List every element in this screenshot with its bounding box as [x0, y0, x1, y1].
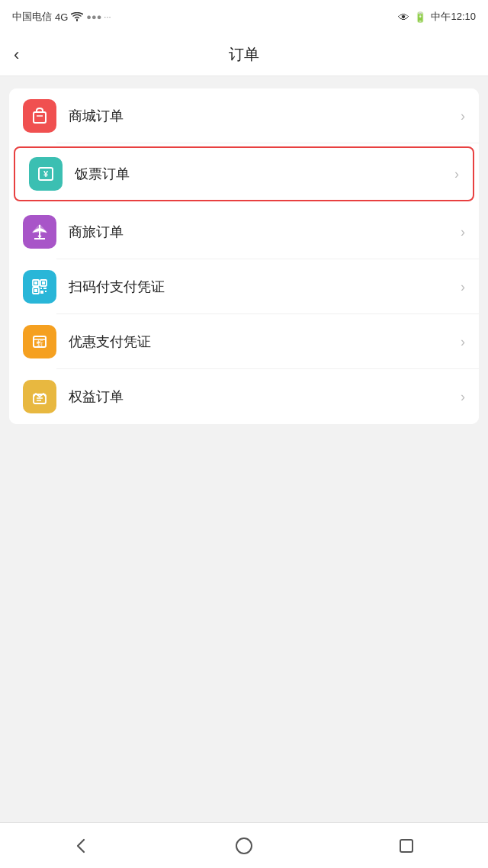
bottom-home-button[interactable] [221, 831, 267, 861]
bottom-nav-bar [0, 822, 488, 868]
battery-icon: 🔋 [414, 11, 426, 23]
qrpay-icon-svg [30, 277, 50, 297]
signal-4g: 4G [55, 11, 68, 23]
rights-icon-svg [30, 387, 50, 407]
page-title: 订单 [229, 44, 259, 65]
mall-icon-svg [30, 106, 50, 126]
svg-rect-10 [42, 281, 45, 285]
rice-ticket-icon: ¥ [29, 157, 63, 191]
menu-card: 商城订单 › ¥ 饭票订单 › 商旅订单 › [9, 88, 479, 424]
rights-order-icon [23, 380, 56, 413]
bottom-recents-icon [396, 836, 416, 856]
discount-pay-label: 优惠支付凭证 [69, 333, 461, 351]
svg-rect-20 [34, 394, 46, 403]
discount-pay-icon: 折 [23, 325, 56, 358]
list-item-qrpay-order[interactable]: 扫码付支付凭证 › [9, 259, 479, 314]
back-button[interactable]: ‹ [14, 45, 19, 65]
list-item-rice-ticket-order[interactable]: ¥ 饭票订单 › [14, 146, 474, 201]
list-item-rights-order[interactable]: 权益订单 › [9, 369, 479, 424]
status-right: 👁 🔋 中午12:10 [398, 10, 476, 24]
bottom-recents-button[interactable] [384, 831, 429, 861]
mall-order-icon [23, 99, 56, 133]
discount-pay-chevron: › [461, 334, 465, 350]
status-left: 中国电信 4G ●●● ··· [12, 10, 111, 24]
rights-order-label: 权益订单 [69, 387, 461, 406]
svg-rect-12 [40, 288, 42, 289]
list-item-discount-pay[interactable]: 折 优惠支付凭证 › [9, 314, 479, 369]
qrpay-order-label: 扫码付支付凭证 [69, 278, 461, 296]
mall-order-chevron: › [461, 108, 465, 124]
travel-order-chevron: › [461, 224, 465, 240]
bottom-home-icon [234, 836, 254, 856]
app-icons: ●●● ··· [86, 12, 111, 21]
svg-rect-9 [34, 281, 37, 285]
carrier-text: 中国电信 [12, 10, 52, 24]
svg-point-23 [236, 838, 252, 854]
svg-text:折: 折 [37, 339, 43, 347]
travel-icon-svg [30, 222, 50, 242]
eye-icon: 👁 [398, 11, 409, 24]
svg-rect-13 [43, 288, 47, 289]
rights-order-chevron: › [461, 389, 465, 405]
svg-rect-14 [40, 291, 43, 294]
bottom-back-icon [72, 836, 92, 856]
nav-header: ‹ 订单 [0, 34, 488, 76]
travel-order-label: 商旅订单 [69, 223, 461, 241]
qrpay-order-chevron: › [461, 279, 465, 295]
list-item-mall-order[interactable]: 商城订单 › [9, 88, 479, 143]
svg-rect-24 [400, 840, 413, 852]
status-bar: 中国电信 4G ●●● ··· 👁 🔋 中午12:10 [0, 0, 488, 34]
bottom-back-button[interactable] [59, 831, 104, 861]
ticket-icon-svg: ¥ [36, 164, 56, 184]
discount-icon-svg: 折 [30, 332, 50, 352]
wifi-icon [71, 12, 83, 21]
list-item-travel-order[interactable]: 商旅订单 › [9, 204, 479, 259]
svg-rect-0 [34, 112, 46, 123]
svg-text:¥: ¥ [43, 169, 49, 178]
svg-rect-11 [34, 289, 37, 292]
travel-order-icon [23, 215, 56, 249]
qrpay-icon [23, 270, 56, 304]
time-display: 中午12:10 [431, 10, 476, 24]
rice-ticket-order-chevron: › [454, 166, 459, 182]
mall-order-label: 商城订单 [69, 107, 461, 125]
svg-rect-15 [45, 291, 47, 292]
rice-ticket-order-label: 饭票订单 [75, 165, 454, 183]
